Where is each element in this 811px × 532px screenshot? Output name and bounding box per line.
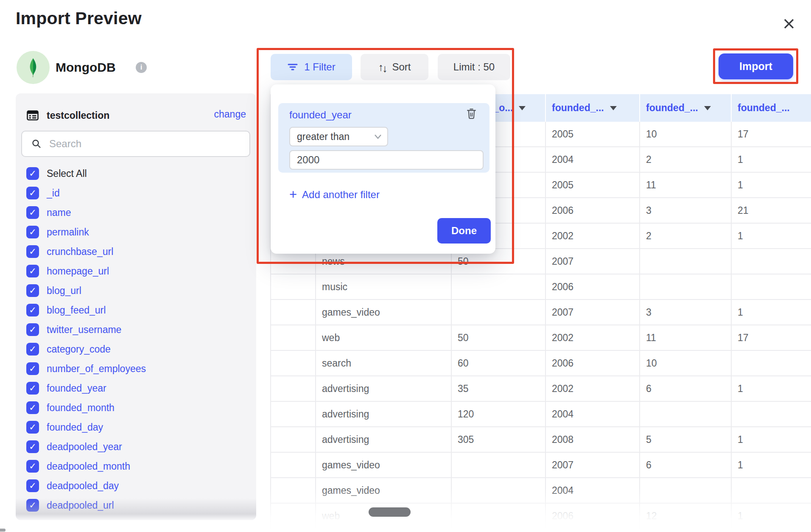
filter-popover: founded_year greater than + Add another … xyxy=(271,84,495,254)
horizontal-scrollbar[interactable] xyxy=(369,507,411,517)
checkbox-checked-icon[interactable] xyxy=(26,304,39,316)
checkbox-checked-icon[interactable] xyxy=(26,206,39,219)
table-row: web2006121 xyxy=(270,504,811,529)
field-item-deadpooled_month[interactable]: deadpooled_month xyxy=(16,456,256,476)
checkbox-checked-icon[interactable] xyxy=(26,440,39,453)
field-label: founded_day xyxy=(47,422,103,433)
add-another-filter-link[interactable]: + Add another filter xyxy=(289,188,380,201)
checkbox-checked-icon[interactable] xyxy=(26,323,39,336)
field-item-homepage_url[interactable]: homepage_url xyxy=(16,261,256,281)
filter-value-input[interactable] xyxy=(289,150,484,170)
table-cell: 1 xyxy=(732,224,811,249)
table-cell: 2 xyxy=(640,147,732,173)
table-cell xyxy=(452,300,546,325)
import-button[interactable]: Import xyxy=(719,53,793,79)
table-cell: 17 xyxy=(732,122,811,147)
checkbox-checked-icon[interactable] xyxy=(26,362,39,375)
sort-button-label: Sort xyxy=(392,61,411,73)
field-item-blog_feed_url[interactable]: blog_feed_url xyxy=(16,300,256,320)
field-item-founded_year[interactable]: founded_year xyxy=(16,378,256,398)
operator-select[interactable]: greater than xyxy=(289,127,388,146)
field-label: founded_year xyxy=(47,383,106,394)
table-cell: 2006 xyxy=(546,198,640,224)
table-cell xyxy=(452,504,546,529)
column-header-founded_...[interactable]: founded_... xyxy=(732,94,811,122)
column-dropdown-icon[interactable] xyxy=(704,106,711,110)
table-cell xyxy=(640,249,732,274)
table-cell: 17 xyxy=(732,325,811,351)
add-filter-label: Add another filter xyxy=(302,189,380,201)
field-label: blog_feed_url xyxy=(47,305,106,316)
table-cell: 2004 xyxy=(546,478,640,504)
table-cell: advertising xyxy=(316,427,452,453)
limit-button[interactable]: Limit : 50 xyxy=(438,54,510,80)
checkbox-checked-icon[interactable] xyxy=(26,382,39,395)
table-row: games_video200731 xyxy=(270,300,811,325)
table-cell xyxy=(452,478,546,504)
table-row: games_video2004 xyxy=(270,478,811,504)
search-input[interactable] xyxy=(48,137,231,150)
field-item-deadpooled_year[interactable]: deadpooled_year xyxy=(16,437,256,456)
table-cell xyxy=(732,478,811,504)
column-header-founded_...[interactable]: founded_... xyxy=(640,94,732,122)
field-item-category_code[interactable]: category_code xyxy=(16,339,256,359)
info-icon[interactable]: i xyxy=(136,62,147,73)
field-item-select-all[interactable]: Select All xyxy=(16,164,256,183)
table-cell: 1 xyxy=(732,427,811,453)
table-cell: 60 xyxy=(452,351,546,376)
field-item-founded_month[interactable]: founded_month xyxy=(16,398,256,417)
import-preview-dialog: Import Preview MongoDB i testcollection … xyxy=(0,0,811,532)
mongodb-leaf-icon xyxy=(27,58,39,77)
table-cell: 6 xyxy=(640,453,732,478)
close-icon[interactable] xyxy=(780,14,798,33)
mongodb-logo xyxy=(17,51,50,84)
plus-icon: + xyxy=(289,188,297,201)
sort-button[interactable]: ↑↓ Sort xyxy=(361,54,428,80)
field-item-name[interactable]: name xyxy=(16,203,256,222)
checkbox-checked-icon[interactable] xyxy=(26,343,39,356)
checkbox-checked-icon[interactable] xyxy=(26,265,39,277)
table-cell: 2005 xyxy=(546,122,640,147)
checkbox-checked-icon[interactable] xyxy=(26,245,39,258)
column-dropdown-icon[interactable] xyxy=(610,106,617,110)
filter-field-name: founded_year xyxy=(289,109,352,121)
checkbox-checked-icon[interactable] xyxy=(26,167,39,180)
table-cell xyxy=(270,427,316,453)
column-dropdown-icon[interactable] xyxy=(519,106,526,110)
table-cell xyxy=(732,274,811,300)
field-item-founded_day[interactable]: founded_day xyxy=(16,417,256,437)
table-cell: 3 xyxy=(640,300,732,325)
table-cell xyxy=(270,478,316,504)
field-item-deadpooled_url[interactable]: deadpooled_url xyxy=(16,496,256,515)
table-cell: 2004 xyxy=(546,147,640,173)
field-item-blog_url[interactable]: blog_url xyxy=(16,281,256,300)
field-label: homepage_url xyxy=(47,266,109,277)
table-cell: games_video xyxy=(316,300,452,325)
delete-filter-icon[interactable] xyxy=(465,107,478,120)
table-cell: 1 xyxy=(732,504,811,529)
table-cell: 2007 xyxy=(546,453,640,478)
filter-button[interactable]: 1 Filter xyxy=(271,54,352,80)
checkbox-checked-icon[interactable] xyxy=(26,401,39,414)
table-row: advertising305200851 xyxy=(270,427,811,453)
column-header-founded_...[interactable]: founded_... xyxy=(546,94,640,122)
field-item-_id[interactable]: _id xyxy=(16,183,256,203)
checkbox-checked-icon[interactable] xyxy=(26,460,39,473)
change-collection-link[interactable]: change xyxy=(214,109,246,120)
table-row: games_video200761 xyxy=(270,453,811,478)
field-label: name xyxy=(47,207,71,218)
field-item-crunchbase_url[interactable]: crunchbase_url xyxy=(16,242,256,261)
checkbox-checked-icon[interactable] xyxy=(26,284,39,297)
done-button[interactable]: Done xyxy=(437,218,491,244)
checkbox-checked-icon[interactable] xyxy=(26,421,39,434)
field-item-number_of_employees[interactable]: number_of_employees xyxy=(16,359,256,378)
table-cell: 2005 xyxy=(546,173,640,198)
field-item-twitter_username[interactable]: twitter_username xyxy=(16,320,256,339)
field-item-permalink[interactable]: permalink xyxy=(16,222,256,242)
checkbox-checked-icon[interactable] xyxy=(26,479,39,492)
field-item-deadpooled_day[interactable]: deadpooled_day xyxy=(16,476,256,496)
checkbox-checked-icon[interactable] xyxy=(26,187,39,199)
table-cell: 11 xyxy=(640,173,732,198)
checkbox-checked-icon[interactable] xyxy=(26,226,39,238)
checkbox-checked-icon[interactable] xyxy=(26,499,39,512)
